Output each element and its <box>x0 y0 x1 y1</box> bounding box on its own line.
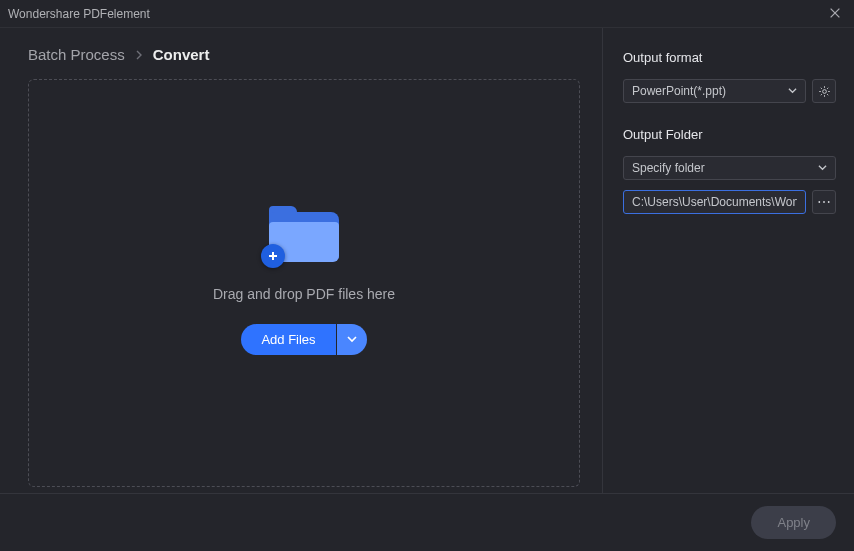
output-folder-mode-value: Specify folder <box>632 161 705 175</box>
output-folder-path-input[interactable] <box>623 190 806 214</box>
add-files-button-group: Add Files <box>241 324 366 355</box>
breadcrumb-root[interactable]: Batch Process <box>28 46 125 63</box>
main-area: Batch Process Convert Drag and drop PDF … <box>0 28 854 493</box>
breadcrumb-current: Convert <box>153 46 210 63</box>
dropzone-hint: Drag and drop PDF files here <box>213 286 395 302</box>
close-icon <box>828 6 842 20</box>
footer-bar: Apply <box>0 493 854 551</box>
chevron-down-icon <box>347 334 357 344</box>
add-files-button[interactable]: Add Files <box>241 324 335 355</box>
add-files-dropdown-button[interactable] <box>337 324 367 355</box>
chevron-down-icon <box>818 161 827 175</box>
svg-point-4 <box>822 89 826 93</box>
gear-icon <box>818 85 831 98</box>
ellipsis-icon: ⋯ <box>817 194 832 210</box>
folder-add-icon <box>269 212 339 264</box>
close-button[interactable] <box>828 6 844 22</box>
app-title: Wondershare PDFelement <box>8 7 150 21</box>
breadcrumb: Batch Process Convert <box>28 46 580 63</box>
left-panel: Batch Process Convert Drag and drop PDF … <box>0 28 602 493</box>
chevron-down-icon <box>788 84 797 98</box>
output-format-value: PowerPoint(*.ppt) <box>632 84 726 98</box>
output-format-label: Output format <box>623 50 836 65</box>
output-folder-mode-select[interactable]: Specify folder <box>623 156 836 180</box>
output-format-select[interactable]: PowerPoint(*.ppt) <box>623 79 806 103</box>
title-bar: Wondershare PDFelement <box>0 0 854 28</box>
output-folder-label: Output Folder <box>623 127 836 142</box>
browse-folder-button[interactable]: ⋯ <box>812 190 836 214</box>
format-settings-button[interactable] <box>812 79 836 103</box>
right-panel: Output format PowerPoint(*.ppt) Output F… <box>602 28 854 493</box>
chevron-right-icon <box>135 46 143 63</box>
file-dropzone[interactable]: Drag and drop PDF files here Add Files <box>28 79 580 487</box>
apply-button[interactable]: Apply <box>751 506 836 539</box>
